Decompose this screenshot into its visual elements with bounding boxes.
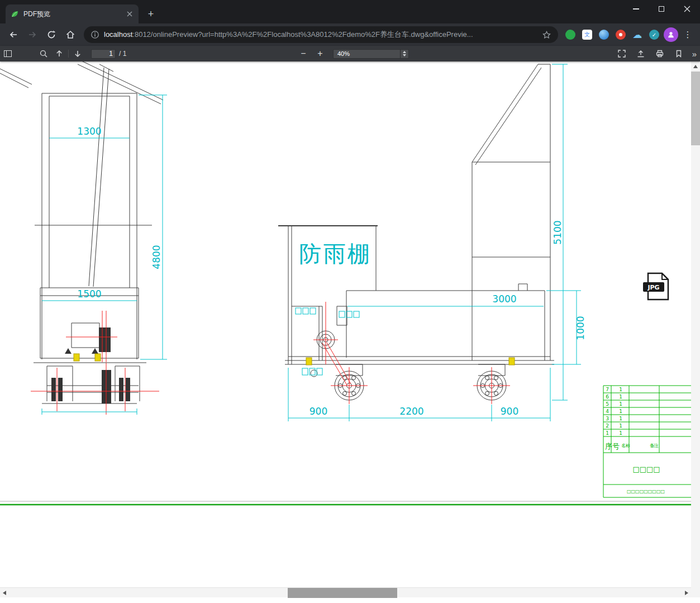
dimension-label: 3000 [492, 293, 516, 305]
pdf-toolbar: / 1 − + 40% » [0, 46, 700, 61]
scroll-left-button[interactable] [0, 588, 9, 598]
vertical-scrollbar-thumb[interactable] [691, 72, 700, 145]
address-bar[interactable]: localhost:8012/onlinePreview?url=http%3A… [84, 26, 558, 43]
bookmark-button[interactable] [671, 46, 687, 61]
title-block-cell: 1 [619, 416, 622, 421]
jpg-label: JPG [647, 284, 659, 291]
scroll-right-button[interactable] [682, 588, 691, 598]
zoom-in-button[interactable]: + [312, 49, 328, 59]
front-view: 1300 1500 4800 [0, 61, 167, 415]
window-close-button[interactable] [674, 0, 700, 18]
title-block-cell: 5 [606, 401, 609, 407]
window-maximize-button[interactable] [649, 0, 674, 18]
title-block-cell: 6 [606, 394, 609, 400]
title-block: 7 1 6 1 5 1 4 1 3 1 2 1 1 1 序号 名称 备注 □□□… [603, 386, 691, 497]
sidebar-toggle-button[interactable] [0, 46, 16, 61]
side-view: 防雨棚 5100 3000 1000 900 2200 900 [278, 64, 586, 421]
title-block-cell: 1 [619, 387, 622, 392]
vertical-scrollbar[interactable] [691, 61, 700, 597]
presentation-mode-button[interactable] [614, 46, 630, 61]
title-block-cell: 1 [619, 394, 622, 400]
new-tab-button[interactable]: + [144, 7, 158, 21]
profile-avatar[interactable] [663, 27, 679, 42]
open-file-icon [636, 49, 645, 58]
dimension-label: 900 [501, 406, 518, 417]
title-block-cell: 7 [606, 387, 609, 392]
dimension-label: 5100 [552, 220, 563, 244]
select-spinner-icon [400, 50, 408, 58]
window-controls [623, 0, 700, 18]
title-block-cell: 1 [619, 409, 622, 414]
close-icon [684, 6, 691, 12]
horizontal-scrollbar[interactable] [0, 587, 691, 597]
url-text: localhost:8012/onlinePreview?url=http%3A… [104, 30, 537, 40]
extension-icon-translate[interactable]: 文 [579, 27, 595, 42]
pdf-page: 1300 1500 4800 [0, 61, 691, 603]
pdf-toolbar-right: » [614, 46, 697, 61]
title-block-cell: 1 [619, 401, 622, 407]
jpg-file-icon: JPG [643, 273, 668, 300]
title-block-cell: 2 [606, 423, 609, 429]
tab-close-icon[interactable] [125, 10, 134, 18]
dimension-label: 1500 [77, 288, 101, 300]
scroll-up-button[interactable] [691, 61, 700, 71]
arrow-down-icon [73, 49, 82, 58]
print-button[interactable] [652, 46, 668, 61]
find-button[interactable] [36, 46, 51, 61]
navigation-bar: localhost:8012/onlinePreview?url=http%3A… [0, 23, 700, 46]
title-block-header: 名称 [621, 443, 630, 448]
site-info-icon[interactable] [91, 30, 99, 39]
cad-drawing: 1300 1500 4800 [0, 61, 691, 587]
title-block-header: 备注 [650, 443, 659, 448]
zoom-controls: − + 40% [295, 46, 409, 61]
bookmark-star-icon[interactable] [542, 30, 551, 40]
search-icon [39, 49, 48, 58]
zoom-level-value: 40% [337, 50, 350, 57]
dimension-label: 4800 [151, 245, 162, 269]
forward-button[interactable] [23, 26, 41, 44]
person-icon [667, 31, 675, 39]
extension-icon-red[interactable] [613, 27, 628, 42]
title-block-cell: 1 [619, 423, 622, 429]
next-page-button[interactable] [70, 46, 85, 61]
browser-menu-button[interactable]: ⋮ [680, 27, 696, 42]
extension-icon-shield[interactable]: ✓ [646, 27, 662, 42]
extension-icon-cloud[interactable]: ☁ [630, 27, 645, 42]
browser-tab[interactable]: PDF预览 [6, 4, 139, 23]
titlebar: PDF预览 + [0, 0, 700, 23]
window-minimize-button[interactable] [623, 0, 649, 18]
maximize-icon [659, 6, 664, 12]
title-block-part-label: □□□□ [632, 465, 660, 473]
sidebar-icon [3, 49, 12, 58]
reload-button[interactable] [42, 26, 60, 44]
previous-page-button[interactable] [51, 46, 67, 61]
back-button[interactable] [4, 26, 22, 44]
reload-icon [46, 30, 56, 40]
more-tools-button[interactable]: » [692, 49, 697, 59]
extension-icon-green[interactable] [563, 27, 578, 42]
open-file-button[interactable] [633, 46, 649, 61]
dimension-label: 2200 [399, 406, 423, 417]
zoom-level-select[interactable]: 40% [333, 49, 409, 59]
home-icon [65, 30, 75, 40]
horizontal-scrollbar-thumb[interactable] [288, 588, 397, 598]
extension-icon-blue-sphere[interactable] [596, 27, 612, 42]
tab-favicon-leaf-icon [10, 10, 19, 18]
dimension-label: 900 [309, 406, 327, 417]
zoom-out-button[interactable]: − [295, 49, 312, 59]
sheet-border [0, 501, 691, 505]
back-icon [8, 30, 18, 40]
scrollbar-corner [691, 587, 700, 597]
page-number-input[interactable] [91, 49, 116, 59]
bookmark-icon [674, 49, 683, 58]
title-block-cell: 4 [606, 409, 609, 414]
title-block-cell: 1 [619, 430, 622, 436]
title-block-header: 序号 [605, 442, 620, 450]
title-block-footer: □□□□□□□□□ [627, 489, 665, 494]
home-button[interactable] [61, 26, 79, 44]
fullscreen-icon [617, 49, 626, 58]
page-count-label: / 1 [119, 50, 126, 58]
minimize-icon [633, 8, 639, 10]
title-block-cell: 3 [606, 416, 609, 421]
dimension-label: 1000 [575, 316, 586, 340]
